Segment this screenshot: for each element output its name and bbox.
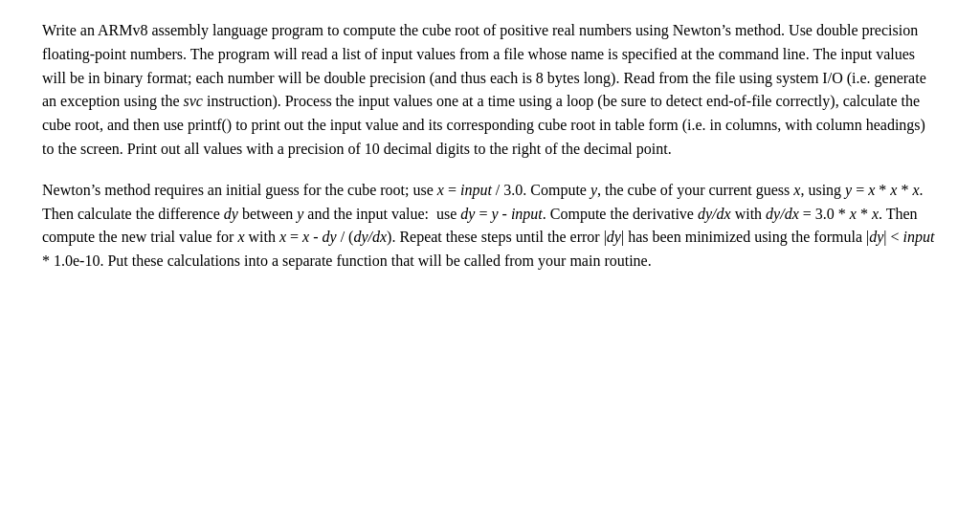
var-dydx-2: dy/dx xyxy=(766,206,799,222)
var-x-2: x xyxy=(793,182,800,198)
var-x-10: x xyxy=(302,229,309,245)
var-x-8: x xyxy=(237,229,244,245)
var-dydx-1: dy/dx xyxy=(698,206,731,222)
var-input-1: input xyxy=(460,182,492,198)
var-x-7: x xyxy=(872,206,879,222)
var-dy-4: dy xyxy=(607,229,621,245)
var-x-6: x xyxy=(850,206,857,222)
var-y-3: y xyxy=(297,206,303,222)
var-x-1: x xyxy=(437,182,444,198)
var-x-3: x xyxy=(868,182,875,198)
var-dy-3: dy xyxy=(323,229,337,245)
main-content: Write an ARMv8 assembly language program… xyxy=(21,0,959,310)
var-dy-1: dy xyxy=(224,206,238,222)
var-x-9: x xyxy=(279,229,286,245)
paragraph-1-text: Write an ARMv8 assembly language program… xyxy=(42,19,938,162)
var-dydx-3: dy/dx xyxy=(353,229,387,245)
var-y-1: y xyxy=(590,182,597,198)
var-dy-5: dy xyxy=(869,229,883,245)
paragraph-2-text: Newton’s method requires an initial gues… xyxy=(42,179,938,274)
var-y-4: y xyxy=(491,206,498,222)
var-y-2: y xyxy=(845,182,852,198)
paragraph-2: Newton’s method requires an initial gues… xyxy=(42,179,938,274)
var-x-4: x xyxy=(890,182,897,198)
var-input-3: input xyxy=(903,229,935,245)
var-dy-2: dy xyxy=(460,206,475,222)
svc-italic: svc xyxy=(184,93,203,109)
var-x-5: x xyxy=(912,182,919,198)
var-input-2: input xyxy=(511,206,543,222)
paragraph-1: Write an ARMv8 assembly language program… xyxy=(42,19,938,162)
